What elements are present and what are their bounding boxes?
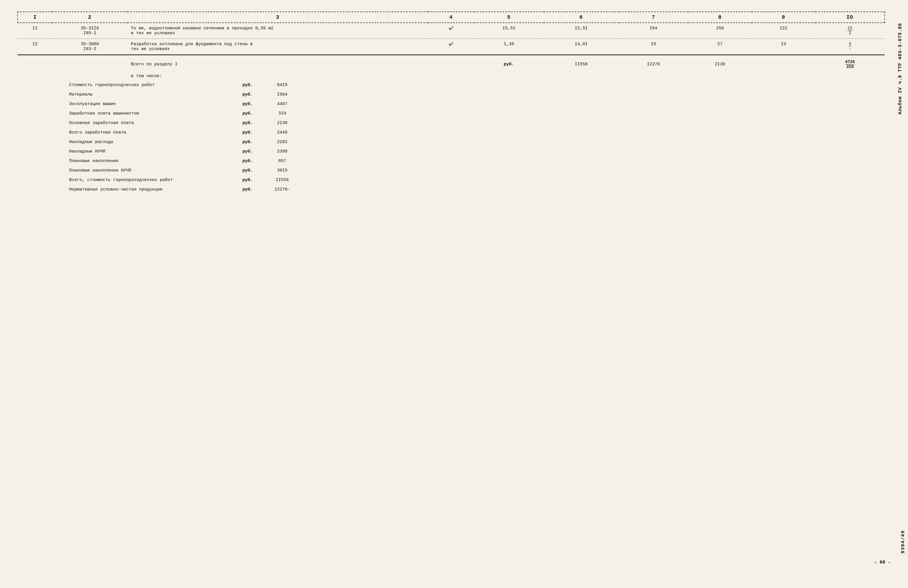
summary-item-label: Всего, стоимость горнопроходческих работ [69,178,230,183]
summary-item-row: Заработная плата машинистов руб. 3I9 [17,109,885,118]
header-col-9: 9 [752,12,815,23]
cell-row2-col2: 35-3060 I83-2 [52,39,127,55]
summary-item-val1: 2I30 [265,120,299,125]
cell-row2-col4: м3 [428,39,474,55]
header-col-6: 6 [544,12,619,23]
summary-item-row: Нормативная условно-чистая продукция руб… [17,185,885,194]
page-number: - 60 - [874,560,891,565]
summary-item-row: Всего, стоимость горнопроходческих работ… [17,175,885,185]
fraction-bot-row1: I [849,31,851,35]
summary-main-row: Всего по разделу I руб. II558 I2270 2I30… [18,57,885,72]
summary-section: Стоимость горнопроходческих работ руб. 8… [17,80,885,194]
summary-item-label: Основная заработная плата [69,120,230,125]
header-col-5: 5 [474,12,544,23]
summary-val2: I2270 [619,57,688,72]
table-row: I2 35-3060 I83-2 Разработка котлована дл… [18,39,885,55]
summary-item-val1: 857 [265,159,299,164]
summary-item-unit: руб. [230,130,265,135]
cell-row2-col5: I,39 [474,39,544,55]
summary-val4: 4726 3I9 [815,57,885,72]
cell-row2-col7: I9 [619,39,688,55]
summary-item-label: Плановые накопления НУЧП [69,168,230,173]
summary-item-unit: руб. [230,149,265,154]
cell-row1-col7: I94 [619,23,688,39]
summary-item-label: Всего заработная плата [69,130,230,135]
table-row: II 35-3II6 I85-2 То же, водоотливной кан… [18,23,885,39]
summary-item-label: Нормативная условно-чистая продукция [69,187,230,192]
summary-item-row: Плановые накопления НУЧП руб. 30I5 [17,166,885,175]
summary-item-row: Всего заработная плата руб. 2449 [17,128,885,137]
summary-item-unit: руб. [230,92,265,97]
cell-row1-col9: I22 [752,23,815,39]
summary-item-unit: руб. [230,140,265,145]
summary-item-label: Накладные НУЧП [69,149,230,154]
summary-unit: руб. [474,57,544,72]
header-col-1: I [18,12,52,23]
summary-item-val1: 4407 [265,101,299,106]
summary-item-unit: руб. [230,159,265,164]
cell-row2-col10: 3 - [815,39,885,55]
summary-item-row: Основная заработная плата руб. 2I30 [17,118,885,128]
summary-val1: II558 [544,57,619,72]
summary-item-label: Стоимость горнопроходческих работ [69,83,230,87]
summary-item-val1: 2399 [265,149,299,154]
summary-item-val1: I564 [265,92,299,97]
subtitle-row: в том числе: [18,72,885,80]
fraction-top-row2: 3 [849,42,851,47]
cell-row1-col5: I5,52 [474,23,544,39]
cell-row2-col8: 27 [688,39,752,55]
summary-item-unit: руб. [230,120,265,125]
unit-m3-row1: м3 [449,26,453,31]
header-col-7: 7 [619,12,688,23]
main-table: I 2 3 4 5 6 7 8 9 IO II 35-3II6 I85-2 То… [17,11,885,80]
side-text-number: 9394/49 [900,530,906,553]
summary-item-row: Плановые накопления руб. 857 [17,156,885,166]
summary-subtitle: в том числе: [127,72,885,80]
summary-item-label: Материалы [69,92,230,97]
cell-row1-col6: I2,5I [544,23,619,39]
summary-item-unit: руб. [230,101,265,106]
cell-row1-col10: 22 I [815,23,885,39]
side-text-album: Альбом IV ч.8 ТТР 403-3-075.86 [898,23,903,114]
cell-row1-col8: 258 [688,23,752,39]
summary-item-unit: руб. [230,83,265,87]
summary-item-unit: руб. [230,178,265,183]
summary-item-val1: 2449 [265,130,299,135]
summary-item-label: Заработная плата машинистов [69,111,230,116]
summary-item-val1: 30I5 [265,168,299,173]
summary-item-label: Плановые накопления [69,159,230,164]
header-col-2: 2 [52,12,127,23]
header-col-3: 3 [127,12,428,23]
summary-title: Всего по разделу I [127,57,428,72]
summary-item-row: Стоимость горнопроходческих работ руб. 8… [17,80,885,90]
summary-item-val1: I2270- [265,187,299,192]
cell-row1-col1: II [18,23,52,39]
summary-item-unit: руб. [230,187,265,192]
summary-item-row: Накладные расходы руб. 2282 [17,137,885,147]
summary-frac-top: 4726 [845,59,855,64]
unit-m3-row2: м3 [449,42,453,47]
cell-row2-col1: I2 [18,39,52,55]
summary-item-row: Материалы руб. I564 [17,90,885,99]
summary-item-val1: 84I9 [265,83,299,87]
summary-item-val1: II558 [265,178,299,183]
table-header-row: I 2 3 4 5 6 7 8 9 IO [18,12,885,23]
cell-row2-col3: Разработка котлована для фундамента под … [127,39,428,55]
cell-row1-col4: м3 [428,23,474,39]
summary-item-val1: 2282 [265,140,299,145]
summary-frac-bot: 3I9 [846,64,853,69]
summary-item-row: Эксплуатация машин руб. 4407 [17,99,885,109]
summary-item-unit: руб. [230,111,265,116]
header-col-8: 8 [688,12,752,23]
cell-row2-col6: I4,0I [544,39,619,55]
summary-item-unit: руб. [230,168,265,173]
page-container: Альбом IV ч.8 ТТР 403-3-075.86 9394/49 I… [0,0,908,588]
summary-item-label: Накладные расходы [69,140,230,145]
summary-item-row: Накладные НУЧП руб. 2399 [17,147,885,156]
header-col-10: IO [815,12,885,23]
header-col-4: 4 [428,12,474,23]
cell-row2-col9: I3 [752,39,815,55]
cell-row1-col3: То же, водоотливной канавки сечением в п… [127,23,428,39]
fraction-bot-row2: - [849,47,851,51]
summary-item-label: Эксплуатация машин [69,101,230,106]
